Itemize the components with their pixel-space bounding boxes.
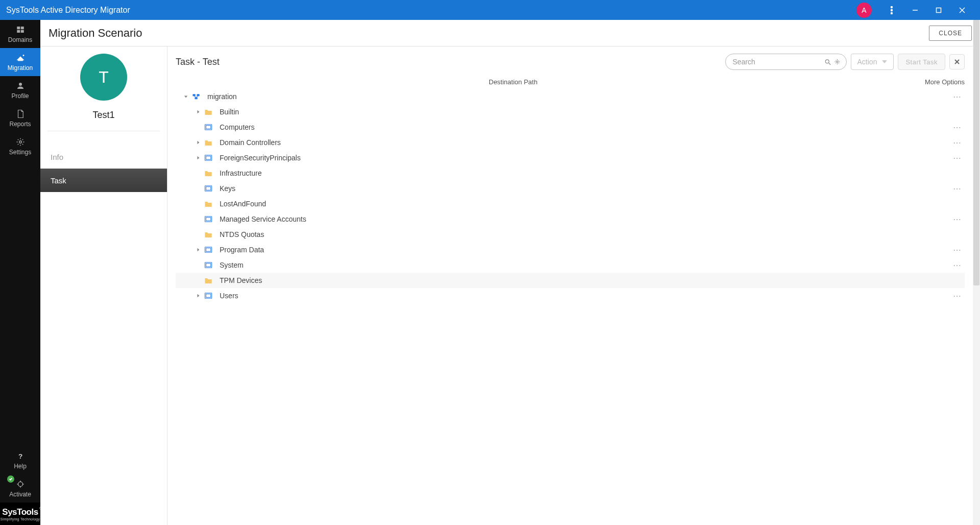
nav-label: Activate [9,491,31,498]
search-icon[interactable] [824,58,831,66]
scrollbar-thumb[interactable] [973,20,979,285]
row-more-icon[interactable]: ⋯ [949,92,965,102]
window-close-icon[interactable] [950,0,974,20]
tab-task[interactable]: Task [40,169,167,192]
svg-rect-25 [197,94,199,96]
action-label: Action [857,58,877,66]
tab-info[interactable]: Info [40,146,167,169]
tree-row[interactable]: Computers⋯ [176,120,965,135]
svg-marker-40 [197,248,199,251]
tree-row[interactable]: TPM Devices [176,273,965,288]
svg-rect-10 [20,30,23,32]
task-toolbar: Task - Test Action Start Task [176,54,965,70]
chevron-down-icon [882,59,887,64]
search-box[interactable] [725,54,847,70]
tree-row[interactable]: Managed Service Accounts⋯ [176,211,965,227]
status-ok-icon [7,475,14,483]
tree-row[interactable]: Keys⋯ [176,181,965,196]
svg-rect-24 [193,94,195,96]
tree-expander-icon[interactable] [194,140,202,145]
nav-item-domains[interactable]: Domains [0,20,40,48]
tree-node-label: TPM Devices [220,276,949,284]
svg-line-27 [194,96,196,97]
svg-rect-26 [195,97,197,99]
svg-marker-20 [882,60,887,63]
tree-node-label: ForeignSecurityPrincipals [220,154,949,162]
avatar-letter: A [862,6,866,14]
row-more-icon[interactable]: ⋯ [949,214,965,224]
tree-row[interactable]: Domain Controllers⋯ [176,135,965,150]
tree-row[interactable]: NTDS Quotas [176,227,965,242]
user-avatar-badge[interactable]: A [856,3,872,18]
window-minimize-icon[interactable] [903,0,927,20]
migration-icon [16,53,25,62]
window-maximize-icon[interactable] [927,0,950,20]
tree-row[interactable]: Users⋯ [176,288,965,303]
tree-node-label: Keys [220,184,949,193]
nav-item-migration[interactable]: Migration [0,48,40,76]
nav-item-profile[interactable]: Profile [0,76,40,104]
folder-icon [204,170,213,177]
scenario-avatar: T [80,54,127,101]
tree-row[interactable]: ForeignSecurityPrincipals⋯ [176,150,965,165]
tree-node-label: Infrastructure [220,169,949,177]
vertical-scrollbar[interactable] [973,20,980,525]
nav-item-activate[interactable]: Activate [0,474,40,503]
search-input[interactable] [733,58,822,66]
tree-expander-icon[interactable] [194,248,202,252]
tree-row[interactable]: System⋯ [176,257,965,273]
tree-node-label: Builtin [220,108,949,116]
settings-icon [16,137,25,147]
svg-rect-11 [18,60,22,61]
svg-marker-45 [197,294,199,297]
nav-item-reports[interactable]: Reports [0,104,40,132]
help-icon: ? [16,451,25,461]
tree-row[interactable]: Builtin [176,104,965,120]
folder-icon [204,231,213,238]
kebab-menu-icon[interactable] [880,0,903,20]
scenario-name: Test1 [92,110,114,121]
container-icon [204,216,213,223]
svg-rect-39 [206,218,210,221]
tree-node-label: migration [207,92,949,101]
tree-row[interactable]: migration⋯ [176,89,965,104]
page-title: Migration Scenario [49,27,929,40]
tree-expander-icon[interactable] [194,110,202,114]
svg-rect-9 [17,30,20,32]
nav-label: Domains [8,36,32,43]
col-more-options: More Options [919,78,965,86]
action-dropdown[interactable]: Action [851,54,894,70]
start-task-button[interactable]: Start Task [898,54,945,70]
row-more-icon[interactable]: ⋯ [949,153,965,163]
svg-rect-42 [206,248,210,252]
nav-label: Migration [8,64,33,71]
nav-item-settings[interactable]: Settings [0,132,40,160]
folder-icon [204,108,213,115]
tree-expander-icon[interactable] [182,94,190,99]
nav-label: Reports [9,121,31,128]
tree-row[interactable]: Program Data⋯ [176,242,965,257]
search-settings-icon[interactable] [834,58,841,65]
nav-item-help[interactable]: ? Help [0,446,40,474]
row-more-icon[interactable]: ⋯ [949,138,965,148]
row-more-icon[interactable]: ⋯ [949,184,965,194]
clear-button[interactable] [949,54,965,69]
folder-icon [204,277,213,284]
row-more-icon[interactable]: ⋯ [949,123,965,132]
svg-rect-35 [206,156,210,160]
tree-row[interactable]: Infrastructure [176,165,965,181]
object-tree: migration⋯BuiltinComputers⋯Domain Contro… [176,89,965,303]
tree-expander-icon[interactable] [194,156,202,160]
nav-label: Help [14,463,27,470]
row-more-icon[interactable]: ⋯ [949,245,965,255]
tree-node-label: Managed Service Accounts [220,215,949,223]
row-more-icon[interactable]: ⋯ [949,291,965,301]
container-icon [204,185,213,192]
svg-marker-33 [197,156,199,159]
row-more-icon[interactable]: ⋯ [949,260,965,270]
tree-node-label: Domain Controllers [220,138,949,147]
tree-row[interactable]: LostAndFound [176,196,965,211]
close-button[interactable]: CLOSE [929,26,972,41]
task-area: Task - Test Action Start Task [168,46,980,525]
tree-expander-icon[interactable] [194,294,202,298]
